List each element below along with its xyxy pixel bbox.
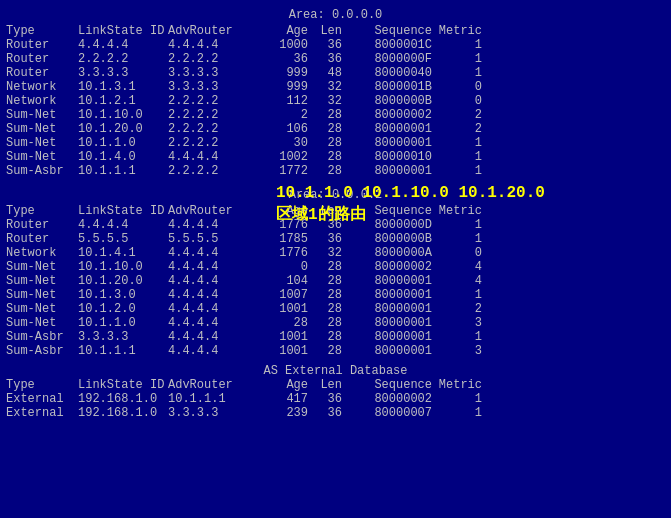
cell-col-len: 28 xyxy=(308,274,342,288)
cell-col-seq: 80000001 xyxy=(342,122,432,136)
cell-col-lsid: 10.1.4.1 xyxy=(78,246,168,260)
cell-col-len: 28 xyxy=(308,288,342,302)
cell-col-age: 30 xyxy=(258,136,308,150)
cell-col-lsid: 10.1.3.0 xyxy=(78,288,168,302)
cell-col-seq: 80000002 xyxy=(342,108,432,122)
cell-col-metric: 0 xyxy=(432,94,482,108)
overlay-annotation-line2: 区域1的路由 xyxy=(276,204,366,225)
cell-col-len: 28 xyxy=(308,344,342,358)
table-row: Sum-Net10.1.10.02.2.2.2228800000022 xyxy=(6,108,665,122)
cell-col-advrouter: 4.4.4.4 xyxy=(168,260,258,274)
external-table: External192.168.1.010.1.1.14173680000002… xyxy=(6,392,665,420)
col-seq-h1: Sequence xyxy=(342,24,432,38)
table-row: External192.168.1.03.3.3.323936800000071 xyxy=(6,406,665,420)
cell-col-lsid: 10.1.1.0 xyxy=(78,136,168,150)
table-row: Network10.1.4.14.4.4.41776328000000A0 xyxy=(6,246,665,260)
cell-col-metric: 1 xyxy=(432,38,482,52)
cell-col-metric: 3 xyxy=(432,344,482,358)
cell-col-lsid: 10.1.1.0 xyxy=(78,316,168,330)
table-row: Sum-Net10.1.10.04.4.4.4028800000024 xyxy=(6,260,665,274)
cell-col-advrouter: 4.4.4.4 xyxy=(168,150,258,164)
cell-col-lsid: 5.5.5.5 xyxy=(78,232,168,246)
cell-col-age: 239 xyxy=(258,406,308,420)
cell-col-metric: 1 xyxy=(432,406,482,420)
col-seq-he: Sequence xyxy=(342,378,432,392)
cell-col-lsid: 4.4.4.4 xyxy=(78,38,168,52)
cell-col-seq: 80000001 xyxy=(342,316,432,330)
cell-col-len: 28 xyxy=(308,260,342,274)
cell-col-age: 1001 xyxy=(258,302,308,316)
cell-col-advrouter: 3.3.3.3 xyxy=(168,66,258,80)
table-row: Router5.5.5.55.5.5.51785368000000B1 xyxy=(6,232,665,246)
col-age-he: Age xyxy=(258,378,308,392)
cell-col-seq: 80000001 xyxy=(342,288,432,302)
area2-table: Router4.4.4.44.4.4.41776368000000D1Route… xyxy=(6,218,665,358)
cell-col-metric: 4 xyxy=(432,274,482,288)
cell-col-lsid: 192.168.1.0 xyxy=(78,392,168,406)
table-row: Sum-Asbr3.3.3.34.4.4.4100128800000011 xyxy=(6,330,665,344)
cell-col-advrouter: 4.4.4.4 xyxy=(168,344,258,358)
table-row: Network10.1.2.12.2.2.2112328000000B0 xyxy=(6,94,665,108)
cell-col-metric: 2 xyxy=(432,122,482,136)
cell-col-lsid: 192.168.1.0 xyxy=(78,406,168,420)
area1-header: Area: 0.0.0.0 xyxy=(6,8,665,22)
cell-col-advrouter: 3.3.3.3 xyxy=(168,406,258,420)
cell-col-age: 2 xyxy=(258,108,308,122)
table-row: Sum-Asbr10.1.1.12.2.2.2177228800000011 xyxy=(6,164,665,178)
cell-col-metric: 1 xyxy=(432,52,482,66)
cell-col-advrouter: 4.4.4.4 xyxy=(168,330,258,344)
cell-col-metric: 1 xyxy=(432,288,482,302)
cell-col-type: Sum-Net xyxy=(6,260,78,274)
cell-col-len: 36 xyxy=(308,38,342,52)
cell-col-type: Sum-Asbr xyxy=(6,344,78,358)
cell-col-lsid: 10.1.3.1 xyxy=(78,80,168,94)
cell-col-lsid: 10.1.2.1 xyxy=(78,94,168,108)
cell-col-lsid: 2.2.2.2 xyxy=(78,52,168,66)
cell-col-age: 1776 xyxy=(258,246,308,260)
cell-col-advrouter: 4.4.4.4 xyxy=(168,316,258,330)
table-row: Router3.3.3.33.3.3.399948800000401 xyxy=(6,66,665,80)
cell-col-age: 0 xyxy=(258,260,308,274)
cell-col-type: External xyxy=(6,406,78,420)
cell-col-type: Sum-Asbr xyxy=(6,330,78,344)
cell-col-seq: 80000001 xyxy=(342,302,432,316)
cell-col-advrouter: 2.2.2.2 xyxy=(168,108,258,122)
area1-table: Router4.4.4.44.4.4.41000368000001C1Route… xyxy=(6,38,665,178)
col-type-he: Type xyxy=(6,378,78,392)
cell-col-advrouter: 3.3.3.3 xyxy=(168,80,258,94)
cell-col-type: Sum-Net xyxy=(6,108,78,122)
cell-col-age: 36 xyxy=(258,52,308,66)
cell-col-seq: 8000000A xyxy=(342,246,432,260)
cell-col-len: 32 xyxy=(308,80,342,94)
cell-col-age: 1772 xyxy=(258,164,308,178)
cell-col-seq: 80000001 xyxy=(342,164,432,178)
cell-col-age: 1001 xyxy=(258,330,308,344)
cell-col-age: 1001 xyxy=(258,344,308,358)
cell-col-metric: 1 xyxy=(432,150,482,164)
cell-col-len: 28 xyxy=(308,164,342,178)
cell-col-metric: 1 xyxy=(432,136,482,150)
cell-col-metric: 1 xyxy=(432,164,482,178)
cell-col-advrouter: 2.2.2.2 xyxy=(168,136,258,150)
cell-col-lsid: 10.1.1.1 xyxy=(78,344,168,358)
cell-col-len: 36 xyxy=(308,406,342,420)
cell-col-metric: 1 xyxy=(432,66,482,80)
cell-col-len: 28 xyxy=(308,330,342,344)
cell-col-age: 1785 xyxy=(258,232,308,246)
table-row: External192.168.1.010.1.1.14173680000002… xyxy=(6,392,665,406)
cell-col-type: Router xyxy=(6,232,78,246)
cell-col-advrouter: 10.1.1.1 xyxy=(168,392,258,406)
cell-col-type: Sum-Net xyxy=(6,316,78,330)
cell-col-seq: 8000001B xyxy=(342,80,432,94)
table-row: Sum-Net10.1.20.02.2.2.210628800000012 xyxy=(6,122,665,136)
cell-col-type: Sum-Net xyxy=(6,302,78,316)
col-type-h2: Type xyxy=(6,204,78,218)
cell-col-seq: 80000001 xyxy=(342,136,432,150)
col-lsid-he: LinkState ID xyxy=(78,378,168,392)
col-advrouter-he: AdvRouter xyxy=(168,378,258,392)
cell-col-type: Sum-Net xyxy=(6,150,78,164)
external-columns: Type LinkState ID AdvRouter Age Len Sequ… xyxy=(6,378,665,392)
cell-col-age: 1007 xyxy=(258,288,308,302)
cell-col-advrouter: 4.4.4.4 xyxy=(168,38,258,52)
cell-col-len: 36 xyxy=(308,52,342,66)
